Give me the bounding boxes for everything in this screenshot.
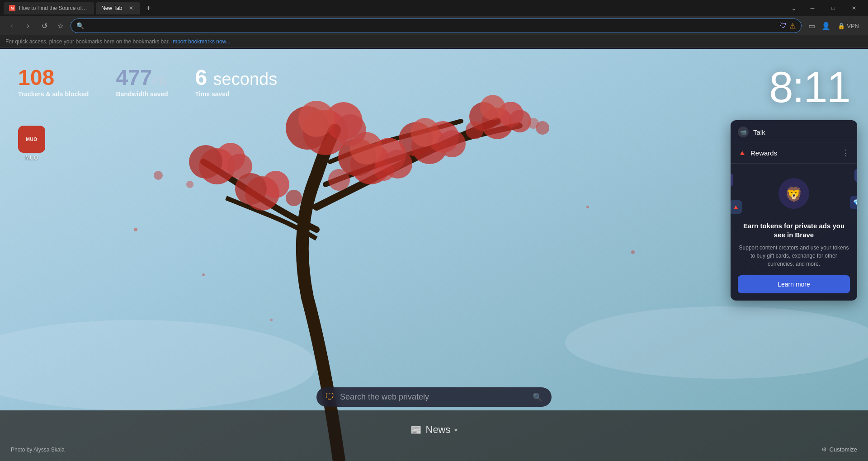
vpn-icon: 🔒: [838, 23, 845, 29]
rewards-label: Rewards: [750, 149, 777, 157]
trackers-stat: 108 Trackers & ads blocked: [18, 67, 89, 98]
vpn-label: VPN: [847, 23, 859, 29]
bookmark-star-button[interactable]: ☆: [54, 19, 67, 32]
tab-inactive[interactable]: M How to Find the Source of a Video ...: [4, 2, 94, 14]
rewards-triangle-icon: 🔺: [738, 149, 747, 157]
rewards-section-header: 🔺 Rewards ⋮: [731, 142, 857, 164]
minimize-button[interactable]: ─: [802, 2, 823, 14]
search-submit-icon[interactable]: 🔍: [533, 392, 542, 402]
talk-section: 📹 Talk: [731, 120, 857, 142]
bandwidth-stat: 477KB Bandwidth saved: [116, 67, 168, 98]
address-input[interactable]: [88, 22, 776, 29]
shortcut-muo-icon: MUO: [18, 126, 45, 153]
trackers-value: 108: [18, 67, 89, 89]
tab-close-button[interactable]: ✕: [127, 5, 135, 12]
time-stat: 6 seconds Time saved: [195, 67, 278, 98]
main-content: 108 Trackers & ads blocked 477KB Bandwid…: [0, 49, 868, 461]
time-value: 6 seconds: [195, 67, 278, 89]
rewards-illustration: 📋 🔍 🦁 🔺 💎: [738, 171, 850, 216]
rewards-card: 📹 Talk 🔺 Rewards ⋮ 📋 🔍 🦁: [731, 120, 857, 301]
floating-icon-bl: 🔺: [731, 200, 742, 214]
address-bar[interactable]: 🔍 🛡 ⚠: [71, 19, 802, 33]
bookmarks-bar-text: For quick access, place your bookmarks h…: [5, 38, 170, 45]
close-button[interactable]: ✕: [844, 2, 864, 14]
forward-button[interactable]: ›: [22, 19, 34, 32]
search-placeholder-text: Search the web privately: [340, 392, 527, 402]
time-label: Time saved: [195, 90, 278, 98]
customize-label: Customize: [830, 446, 857, 453]
tab-active[interactable]: New Tab ✕: [96, 2, 140, 14]
browser-chrome: M How to Find the Source of a Video ... …: [0, 0, 868, 48]
brave-rewards-address-icon[interactable]: ⚠: [789, 22, 796, 30]
new-tab-button[interactable]: +: [142, 2, 155, 14]
address-bar-icons: 🛡 ⚠: [779, 22, 796, 30]
brave-shield-search-icon: 🛡: [326, 392, 335, 402]
rewards-card-body: 📋 🔍 🦁 🔺 💎 Earn tokens for private ads yo…: [731, 164, 857, 301]
tab-list-button[interactable]: ⌄: [788, 2, 800, 14]
learn-more-button[interactable]: Learn more: [738, 275, 850, 293]
brave-shield-icon[interactable]: 🛡: [779, 22, 787, 30]
bookmarks-bar: For quick access, place your bookmarks h…: [0, 35, 868, 48]
rewards-description: Support content creators and use your to…: [738, 244, 850, 268]
inactive-tab-title: How to Find the Source of a Video ...: [19, 5, 89, 11]
floating-icon-br: 💎: [850, 196, 857, 209]
news-icon: 📰: [410, 424, 422, 435]
tab-controls: ⌄: [788, 2, 800, 14]
active-tab-title: New Tab: [101, 5, 122, 11]
profile-button[interactable]: 👤: [820, 19, 832, 32]
rewards-section-left: 🔺 Rewards: [738, 149, 777, 157]
toolbar: ‹ › ↺ ☆ 🔍 🛡 ⚠ ▭ 👤 🔒 VPN: [0, 16, 868, 35]
rewards-more-button[interactable]: ⋮: [842, 148, 850, 158]
search-bar-container: 🛡 Search the web privately 🔍: [316, 387, 552, 407]
talk-icon: 📹: [738, 127, 749, 137]
news-bar[interactable]: 📰 News ▾: [410, 424, 457, 436]
window-controls: ─ □ ✕: [802, 2, 864, 14]
customize-icon: ⚙: [821, 446, 827, 453]
svg-text:🦁: 🦁: [785, 186, 803, 203]
reload-button[interactable]: ↺: [38, 19, 51, 32]
sidebar-toggle-button[interactable]: ▭: [805, 19, 818, 32]
news-label: News: [425, 424, 450, 436]
search-bar[interactable]: 🛡 Search the web privately 🔍: [316, 387, 552, 407]
inactive-tab-favicon: M: [9, 5, 15, 11]
import-bookmarks-link[interactable]: Import bookmarks now...: [171, 38, 231, 45]
brave-lion-svg: 🦁: [778, 178, 810, 209]
tab-bar: M How to Find the Source of a Video ... …: [0, 0, 868, 16]
talk-label: Talk: [753, 128, 765, 136]
bandwidth-label: Bandwidth saved: [116, 90, 168, 98]
back-button[interactable]: ‹: [5, 19, 18, 32]
floating-icon-tl: 📋: [731, 173, 733, 187]
vpn-button[interactable]: 🔒 VPN: [834, 21, 863, 31]
address-search-icon: 🔍: [76, 22, 84, 29]
shortcuts-section: MUO MUO: [18, 126, 45, 161]
trackers-label: Trackers & ads blocked: [18, 90, 89, 98]
clock-display: 8:11: [769, 62, 850, 112]
customize-button[interactable]: ⚙ Customize: [821, 446, 857, 453]
shortcut-muo-label: MUO: [25, 155, 38, 161]
stats-overlay: 108 Trackers & ads blocked 477KB Bandwid…: [18, 67, 277, 98]
shortcut-muo[interactable]: MUO MUO: [18, 126, 45, 161]
bandwidth-value: 477KB: [116, 67, 168, 89]
floating-icon-tr: 🔍: [854, 169, 857, 182]
maximize-button[interactable]: □: [823, 2, 844, 14]
news-chevron-icon: ▾: [454, 426, 458, 433]
rewards-heading: Earn tokens for private ads you see in B…: [738, 221, 850, 239]
rewards-main-icon: 🦁: [778, 178, 810, 209]
toolbar-right: ▭ 👤 🔒 VPN: [805, 19, 863, 32]
photo-credit: Photo by Alyssa Skala: [11, 447, 65, 453]
